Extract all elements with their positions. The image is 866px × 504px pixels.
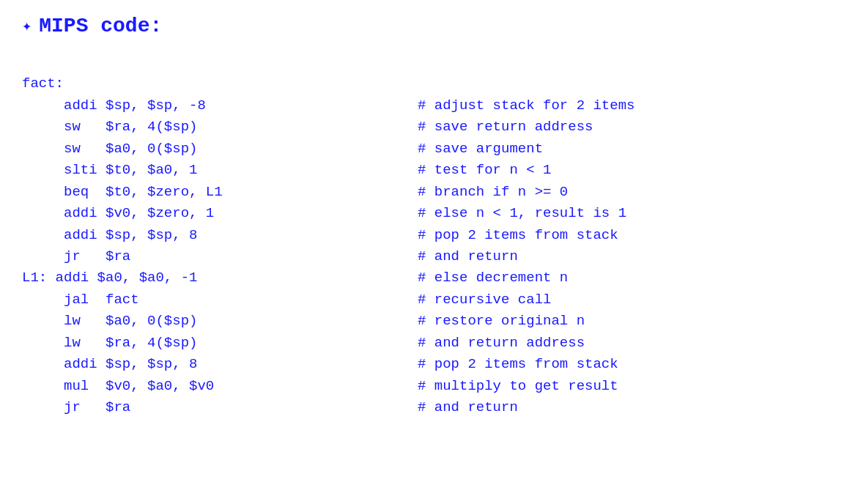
instruction: sw $ra, 4($sp) <box>22 116 418 138</box>
comment: # else decrement n <box>418 267 568 289</box>
code-line: lw $a0, 0($sp)# restore original n <box>22 311 844 332</box>
comment: # and return <box>418 397 518 418</box>
code-line: lw $ra, 4($sp)# and return address <box>22 333 844 354</box>
code-line: jal fact# recursive call <box>22 289 844 311</box>
comment: # else n < 1, result is 1 <box>418 203 626 224</box>
comment: # pop 2 items from stack <box>418 225 618 246</box>
code-line: addi $v0, $zero, 1# else n < 1, result i… <box>22 203 844 224</box>
instruction: lw $a0, 0($sp) <box>22 311 418 332</box>
comment: # save return address <box>418 116 593 138</box>
comment: # pop 2 items from stack <box>418 354 618 375</box>
instruction: L1: addi $a0, $a0, -1 <box>22 267 418 289</box>
instruction: addi $sp, $sp, 8 <box>22 225 418 246</box>
instruction: mul $v0, $a0, $v0 <box>22 376 418 397</box>
instruction: sw $a0, 0($sp) <box>22 138 418 160</box>
code-line: fact: <box>22 73 844 94</box>
code-line: jr $ra# and return <box>22 397 844 418</box>
page-header: ✦ MIPS code: <box>22 15 844 37</box>
code-line: addi $sp, $sp, 8# pop 2 items from stack <box>22 225 844 246</box>
page-title: MIPS code: <box>39 15 162 37</box>
code-line: L1: addi $a0, $a0, -1# else decrement n <box>22 267 844 289</box>
instruction: addi $v0, $zero, 1 <box>22 203 418 224</box>
comment: # and return address <box>418 333 585 354</box>
code-line: sw $a0, 0($sp)# save argument <box>22 138 844 160</box>
instruction: slti $t0, $a0, 1 <box>22 160 418 181</box>
comment: # test for n < 1 <box>418 160 551 181</box>
code-line: beq $t0, $zero, L1# branch if n >= 0 <box>22 182 844 203</box>
diamond-icon: ✦ <box>22 16 32 36</box>
comment: # branch if n >= 0 <box>418 182 568 203</box>
instruction: jr $ra <box>22 246 418 267</box>
comment: # restore original n <box>418 311 585 332</box>
instruction: jal fact <box>22 289 418 311</box>
instruction: beq $t0, $zero, L1 <box>22 182 418 203</box>
instruction: addi $sp, $sp, 8 <box>22 354 418 375</box>
instruction: addi $sp, $sp, -8 <box>22 95 418 116</box>
comment: # and return <box>418 246 518 267</box>
code-line: addi $sp, $sp, 8# pop 2 items from stack <box>22 354 844 375</box>
code-line: slti $t0, $a0, 1# test for n < 1 <box>22 160 844 181</box>
comment: # recursive call <box>418 289 551 311</box>
comment: # multiply to get result <box>418 376 618 397</box>
code-line: jr $ra# and return <box>22 246 844 267</box>
comment: # adjust stack for 2 items <box>418 95 634 116</box>
code-line: mul $v0, $a0, $v0# multiply to get resul… <box>22 376 844 397</box>
code-block: fact: addi $sp, $sp, -8# adjust stack fo… <box>22 52 844 418</box>
instruction: jr $ra <box>22 397 418 418</box>
comment: # save argument <box>418 138 543 160</box>
code-line: addi $sp, $sp, -8# adjust stack for 2 it… <box>22 95 844 116</box>
code-line: sw $ra, 4($sp)# save return address <box>22 116 844 138</box>
instruction: lw $ra, 4($sp) <box>22 333 418 354</box>
